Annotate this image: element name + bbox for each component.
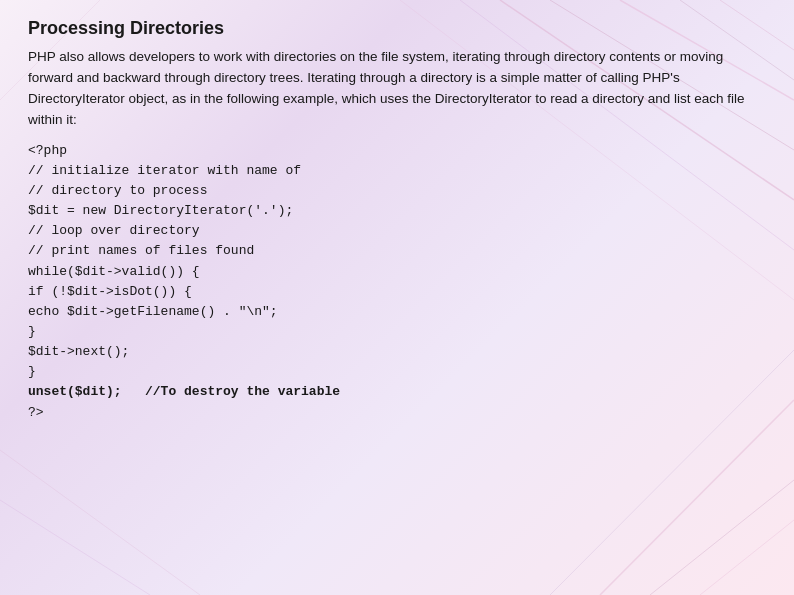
- svg-line-9: [700, 520, 794, 595]
- code-line: }: [28, 322, 766, 342]
- code-line: // initialize iterator with name of: [28, 161, 766, 181]
- code-line: unset($dit); //To destroy the variable: [28, 382, 766, 402]
- code-line: while($dit->valid()) {: [28, 262, 766, 282]
- code-line: if (!$dit->isDot()) {: [28, 282, 766, 302]
- code-line: ?>: [28, 403, 766, 423]
- code-line: $dit = new DirectoryIterator('.');: [28, 201, 766, 221]
- page-title: Processing Directories: [28, 18, 766, 39]
- code-line: <?php: [28, 141, 766, 161]
- code-line: }: [28, 362, 766, 382]
- code-line: // directory to process: [28, 181, 766, 201]
- code-line: $dit->next();: [28, 342, 766, 362]
- code-block: <?php// initialize iterator with name of…: [28, 141, 766, 423]
- svg-line-12: [0, 500, 150, 595]
- description-text: PHP also allows developers to work with …: [28, 47, 766, 131]
- code-line: // loop over directory: [28, 221, 766, 241]
- code-line: // print names of files found: [28, 241, 766, 261]
- code-line: echo $dit->getFilename() . "\n";: [28, 302, 766, 322]
- svg-line-11: [0, 450, 200, 595]
- main-content: Processing Directories PHP also allows d…: [0, 0, 794, 441]
